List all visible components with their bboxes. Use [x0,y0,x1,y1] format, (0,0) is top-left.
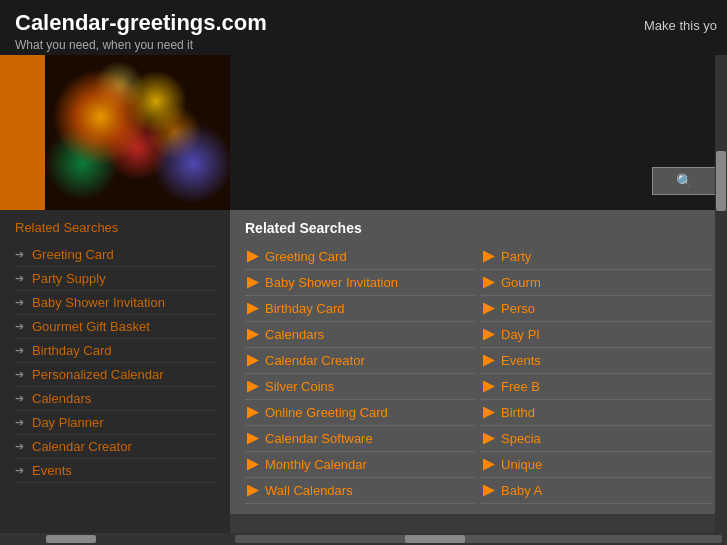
search-icon[interactable]: 🔍 [676,173,693,189]
sidebar-arrow-icon: ➔ [15,464,24,477]
grid-link-col2[interactable]: Day Pl [481,322,712,348]
sidebar-arrow-icon: ➔ [15,272,24,285]
sidebar-link-item[interactable]: ➔Party Supply [15,267,215,291]
grid-link-col2[interactable]: Perso [481,296,712,322]
grid-link-label: Calendar Creator [265,353,365,368]
grid-link-icon [483,303,495,315]
sidebar-link-item[interactable]: ➔Personalized Calendar [15,363,215,387]
hero-image-area [0,55,230,210]
grid-link-label: Silver Coins [265,379,334,394]
grid-link-icon [483,407,495,419]
grid-link-icon [483,433,495,445]
grid-link-icon [247,381,259,393]
sidebar-links-area: Related Searches ➔Greeting Card➔Party Su… [0,210,230,533]
grid-link-col2[interactable]: Events [481,348,712,374]
sidebar-link-item[interactable]: ➔Greeting Card [15,243,215,267]
grid-link-icon [483,459,495,471]
grid-link-icon [483,329,495,341]
grid-link-col1[interactable]: Silver Coins [245,374,476,400]
sidebar-link-item[interactable]: ➔Calendar Creator [15,435,215,459]
grid-link-col2[interactable]: Specia [481,426,712,452]
grid-link-col1[interactable]: Baby Shower Invitation [245,270,476,296]
grid-link-col1[interactable]: Calendar Creator [245,348,476,374]
grid-link-icon [483,485,495,497]
grid-link-icon [247,277,259,289]
grid-link-icon [247,433,259,445]
site-tagline: What you need, when you need it [15,38,267,52]
grid-link-label: Wall Calendars [265,483,353,498]
grid-link-label: Baby Shower Invitation [265,275,398,290]
grid-link-label: Calendar Software [265,431,373,446]
grid-link-col1[interactable]: Greeting Card [245,244,476,270]
vertical-scrollbar[interactable] [715,55,727,533]
sidebar-arrow-icon: ➔ [15,344,24,357]
sidebar-arrow-icon: ➔ [15,368,24,381]
grid-link-col2[interactable]: Party [481,244,712,270]
grid-link-label: Gourm [501,275,541,290]
grid-link-col2[interactable]: Baby A [481,478,712,504]
grid-link-col1[interactable]: Calendars [245,322,476,348]
grid-link-col2[interactable]: Unique [481,452,712,478]
sidebar-related-title: Related Searches [15,220,215,235]
grid-link-col1[interactable]: Calendar Software [245,426,476,452]
grid-link-icon [247,303,259,315]
sidebar-link-item[interactable]: ➔Birthday Card [15,339,215,363]
horizontal-scrollbar[interactable] [230,533,727,545]
grid-link-label: Party [501,249,531,264]
grid-link-label: Perso [501,301,535,316]
sidebar-link-label: Party Supply [32,271,106,286]
grid-link-label: Free B [501,379,540,394]
vscrollbar-thumb[interactable] [716,151,726,211]
grid-link-label: Specia [501,431,541,446]
sidebar-arrow-icon: ➔ [15,248,24,261]
sidebar-link-label: Calendar Creator [32,439,132,454]
sidebar: Related Searches ➔Greeting Card➔Party Su… [0,55,230,545]
sidebar-link-label: Birthday Card [32,343,111,358]
top-bar: Calendar-greetings.com What you need, wh… [0,0,727,55]
sidebar-hscrollbar[interactable] [0,533,230,545]
grid-link-col1[interactable]: Wall Calendars [245,478,476,504]
sidebar-link-item[interactable]: ➔Baby Shower Invitation [15,291,215,315]
grid-link-label: Events [501,353,541,368]
grid-link-icon [483,355,495,367]
scrollbar-track [235,535,722,543]
sidebar-arrow-icon: ➔ [15,320,24,333]
grid-link-col2[interactable]: Free B [481,374,712,400]
main-layout: Related Searches ➔Greeting Card➔Party Su… [0,55,727,545]
sidebar-link-item[interactable]: ➔Calendars [15,387,215,411]
content-area: 🔍 Related Searches Greeting CardPartyBab… [230,55,727,545]
grid-link-label: Birthday Card [265,301,344,316]
grid-link-label: Birthd [501,405,535,420]
grid-link-col2[interactable]: Gourm [481,270,712,296]
sidebar-link-label: Gourmet Gift Basket [32,319,150,334]
grid-link-icon [247,407,259,419]
grid-link-label: Calendars [265,327,324,342]
hero-orange-bar [0,55,45,210]
related-searches-panel: Related Searches Greeting CardPartyBaby … [230,210,727,514]
search-box[interactable]: 🔍 [652,167,717,195]
sidebar-link-item[interactable]: ➔Day Planner [15,411,215,435]
sidebar-link-label: Greeting Card [32,247,114,262]
grid-link-col2[interactable]: Birthd [481,400,712,426]
related-searches-panel-title: Related Searches [245,220,712,236]
grid-link-label: Day Pl [501,327,539,342]
sidebar-link-label: Baby Shower Invitation [32,295,165,310]
sidebar-link-item[interactable]: ➔Gourmet Gift Basket [15,315,215,339]
sidebar-hscrollbar-thumb[interactable] [46,535,96,543]
sidebar-link-label: Personalized Calendar [32,367,164,382]
grid-link-col1[interactable]: Monthly Calendar [245,452,476,478]
grid-link-label: Baby A [501,483,542,498]
sidebar-arrow-icon: ➔ [15,392,24,405]
links-grid: Greeting CardPartyBaby Shower Invitation… [245,244,712,504]
grid-link-label: Unique [501,457,542,472]
grid-link-icon [247,485,259,497]
sidebar-link-item[interactable]: ➔Events [15,459,215,483]
grid-link-col1[interactable]: Birthday Card [245,296,476,322]
grid-link-icon [483,381,495,393]
grid-link-col1[interactable]: Online Greeting Card [245,400,476,426]
sidebar-link-label: Day Planner [32,415,104,430]
sidebar-arrow-icon: ➔ [15,440,24,453]
sidebar-link-label: Calendars [32,391,91,406]
grid-link-icon [483,277,495,289]
scrollbar-thumb[interactable] [405,535,465,543]
